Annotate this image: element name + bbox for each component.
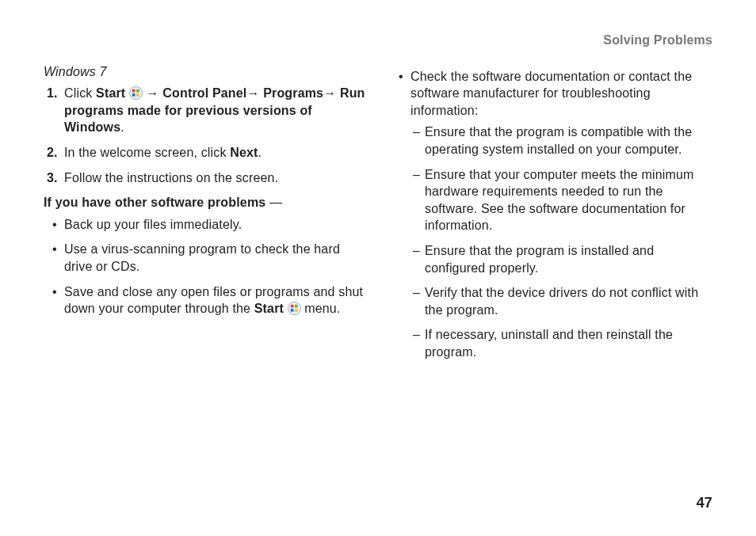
numbered-steps: 1. Click Start → Control Panel→ Programs… [44,85,366,186]
content-columns: Windows 7 1. Click Start → Control Panel… [44,63,712,369]
list-item: Save and close any open files or program… [64,283,366,317]
list-item: If necessary, uninstall and then reinsta… [425,326,712,360]
list-item: Ensure that the program is compatible wi… [425,124,712,158]
bullet-list: Back up your files immediately. Use a vi… [44,216,366,317]
svg-rect-4 [136,93,139,97]
bullet-list: Check the software documentation or cont… [390,68,712,361]
dash-list: Ensure that the program is compatible wi… [410,124,712,360]
svg-rect-2 [136,89,139,93]
list-item: Ensure that the program is installed and… [425,242,712,276]
dash-text: Ensure that your computer meets the mini… [425,168,693,233]
svg-rect-7 [295,305,298,308]
step-text: In the welcome screen, click [64,146,230,159]
svg-rect-8 [290,309,293,312]
bullet-text: Use a virus-scanning program to check th… [64,242,340,273]
left-column: Windows 7 1. Click Start → Control Panel… [44,63,366,369]
bold-text: Next [230,146,258,159]
dash-text: Ensure that the program is installed and… [425,244,654,275]
step-1: 1. Click Start → Control Panel→ Programs… [64,85,366,136]
page-number: 47 [697,493,712,512]
list-item: Ensure that your computer meets the mini… [425,166,712,234]
dash-text: Verify that the device drivers do not co… [425,286,698,317]
bold-text: Control Panel [162,86,246,100]
list-item: Use a virus-scanning program to check th… [64,241,366,275]
os-subheading: Windows 7 [44,63,366,81]
step-number: 2. [47,144,58,162]
step-number: 1. [47,85,58,102]
bold-text: Start [96,86,125,100]
step-2: 2. In the welcome screen, click Next. [64,144,366,162]
svg-rect-9 [295,309,298,312]
step-number: 3. [47,169,58,187]
document-page: Solving Problems Windows 7 1. Click Star… [0,0,756,536]
svg-rect-3 [132,93,136,97]
list-item: Back up your files immediately. [64,216,366,234]
dash-text: If necessary, uninstall and then reinsta… [425,328,673,359]
bullet-text: Back up your files immediately. [64,218,242,231]
windows-start-icon [288,302,301,315]
dash-text: Ensure that the program is compatible wi… [425,125,692,156]
bold-text: Programs [263,86,323,100]
bold-text: If you have other software problems [44,196,265,209]
step-text: Click [64,86,96,100]
other-problems-heading: If you have other software problems — [44,194,366,211]
page-header: Solving Problems [44,32,712,49]
bold-text: Start [254,302,284,315]
windows-start-icon [129,86,143,100]
list-item: Verify that the device drivers do not co… [425,284,712,318]
svg-point-5 [288,302,300,315]
step-text: Follow the instructions on the screen. [64,171,278,184]
svg-rect-1 [132,89,136,93]
list-item: Check the software documentation or cont… [410,68,712,361]
svg-point-0 [129,87,142,100]
step-3: 3. Follow the instructions on the screen… [64,169,366,187]
header-title: Solving Problems [603,33,712,47]
right-column: Check the software documentation or cont… [390,63,712,369]
bullet-text: Check the software documentation or cont… [410,70,692,117]
svg-rect-6 [290,305,293,308]
